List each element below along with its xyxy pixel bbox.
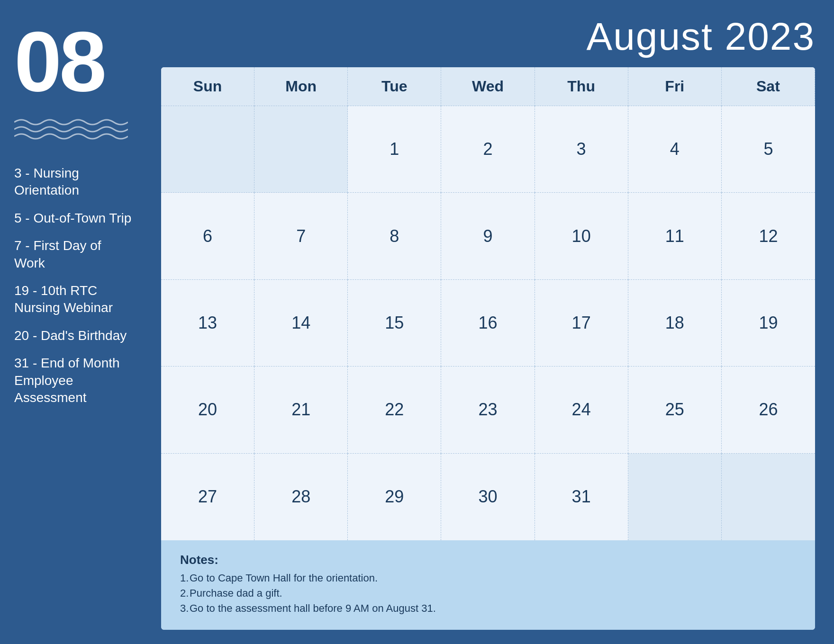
notes-list: Go to Cape Town Hall for the orientation… bbox=[180, 572, 796, 615]
month-title: August 2023 bbox=[161, 14, 815, 59]
note-item-3: Go to the assessment hall before 9 AM on… bbox=[180, 602, 796, 615]
header-sat: Sat bbox=[722, 67, 815, 106]
note-item-2: Purchase dad a gift. bbox=[180, 587, 796, 599]
wavy-decoration bbox=[14, 117, 133, 146]
day-cell-12: 12 bbox=[722, 193, 815, 279]
sidebar-event-5: 20 - Dad's Birthday bbox=[14, 327, 133, 344]
day-cell-1: 1 bbox=[348, 106, 441, 193]
sidebar-event-6: 31 - End of Month Employee Assessment bbox=[14, 355, 133, 406]
day-cell-13: 13 bbox=[161, 280, 254, 367]
day-cell-4: 4 bbox=[628, 106, 722, 193]
sidebar-event-3: 7 - First Day of Work bbox=[14, 237, 133, 272]
day-cell-14: 14 bbox=[254, 280, 348, 367]
day-cell-23: 23 bbox=[441, 367, 535, 453]
sidebar-events: 3 - Nursing Orientation 5 - Out-of-Town … bbox=[14, 165, 133, 406]
day-cell-5: 5 bbox=[722, 106, 815, 193]
day-cell-28: 28 bbox=[254, 454, 348, 540]
day-cell-30: 30 bbox=[441, 454, 535, 540]
notes-section: Notes: Go to Cape Town Hall for the orie… bbox=[161, 540, 815, 630]
calendar: Sun Mon Tue Wed Thu Fri Sat 1 2 3 4 5 6 … bbox=[161, 67, 815, 630]
day-cell-17: 17 bbox=[535, 280, 628, 367]
day-cell-26: 26 bbox=[722, 367, 815, 453]
day-cell-7: 7 bbox=[254, 193, 348, 279]
day-cell-6: 6 bbox=[161, 193, 254, 279]
sidebar-event-4: 19 - 10th RTC Nursing Webinar bbox=[14, 282, 133, 317]
day-cell-24: 24 bbox=[535, 367, 628, 453]
day-cell-empty-3 bbox=[628, 454, 722, 540]
month-number: 08 bbox=[14, 19, 133, 104]
day-cell-11: 11 bbox=[628, 193, 722, 279]
day-cell-31: 31 bbox=[535, 454, 628, 540]
day-cell-16: 16 bbox=[441, 280, 535, 367]
sidebar-event-1: 3 - Nursing Orientation bbox=[14, 165, 133, 199]
header-mon: Mon bbox=[254, 67, 348, 106]
day-cell-15: 15 bbox=[348, 280, 441, 367]
day-cell-empty-1 bbox=[161, 106, 254, 193]
header-tue: Tue bbox=[348, 67, 441, 106]
day-cell-10: 10 bbox=[535, 193, 628, 279]
sidebar: 08 3 - Nursing Orientation 5 - Out-of-To… bbox=[0, 0, 147, 644]
header-wed: Wed bbox=[441, 67, 535, 106]
header-fri: Fri bbox=[628, 67, 722, 106]
notes-title: Notes: bbox=[180, 553, 796, 567]
sidebar-event-2: 5 - Out-of-Town Trip bbox=[14, 210, 133, 227]
day-cell-19: 19 bbox=[722, 280, 815, 367]
day-cell-25: 25 bbox=[628, 367, 722, 453]
day-cell-20: 20 bbox=[161, 367, 254, 453]
day-cell-21: 21 bbox=[254, 367, 348, 453]
header-thu: Thu bbox=[535, 67, 628, 106]
day-cell-22: 22 bbox=[348, 367, 441, 453]
day-cell-29: 29 bbox=[348, 454, 441, 540]
header-sun: Sun bbox=[161, 67, 254, 106]
day-cell-empty-2 bbox=[254, 106, 348, 193]
day-cell-empty-4 bbox=[722, 454, 815, 540]
day-cell-27: 27 bbox=[161, 454, 254, 540]
day-cell-9: 9 bbox=[441, 193, 535, 279]
day-cell-18: 18 bbox=[628, 280, 722, 367]
note-item-1: Go to Cape Town Hall for the orientation… bbox=[180, 572, 796, 584]
day-cell-8: 8 bbox=[348, 193, 441, 279]
day-cell-3: 3 bbox=[535, 106, 628, 193]
day-cell-2: 2 bbox=[441, 106, 535, 193]
calendar-grid: Sun Mon Tue Wed Thu Fri Sat 1 2 3 4 5 6 … bbox=[161, 67, 815, 540]
main-content: August 2023 Sun Mon Tue Wed Thu Fri Sat … bbox=[147, 0, 834, 644]
